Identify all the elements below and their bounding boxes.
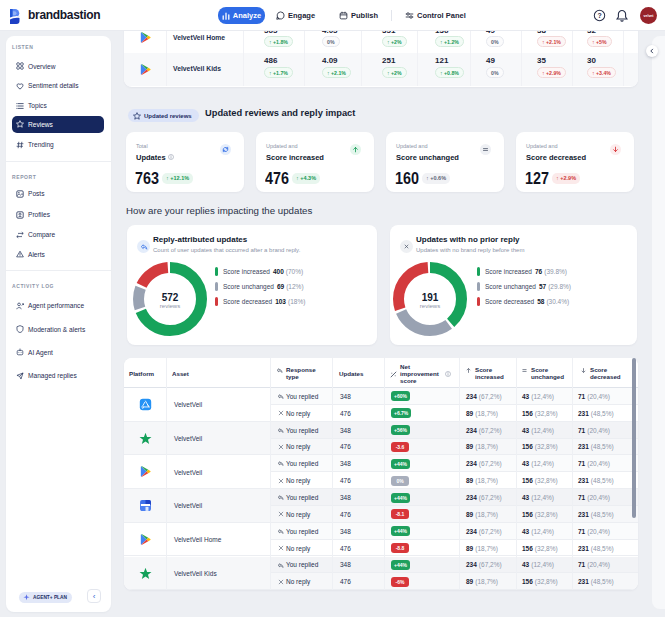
- svg-text:?: ?: [597, 12, 601, 19]
